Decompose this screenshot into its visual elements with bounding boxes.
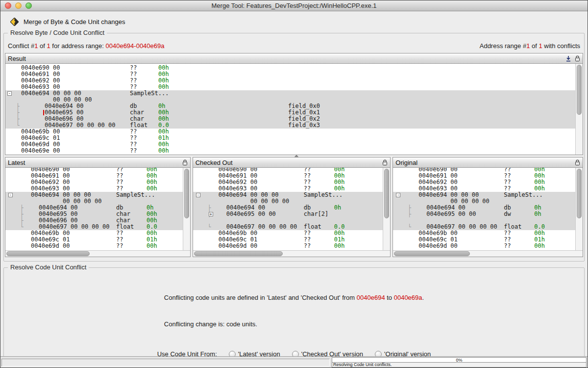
- download-arrow-icon[interactable]: [565, 55, 571, 62]
- progress-message: Resolving Code Unit conflicts.: [332, 363, 587, 368]
- panel-title: Latest: [8, 159, 179, 166]
- horizontal-scrollbar[interactable]: [5, 250, 190, 257]
- mnemonic: ??: [504, 243, 511, 249]
- latest-listing[interactable]: 0040e690 00??00h0040e691 00??00h0040e692…: [5, 168, 183, 250]
- listing-row[interactable]: -0040e694 00 00 00 00 00 00 00SampleSt..…: [193, 192, 383, 205]
- operand-value: 00h: [334, 243, 345, 249]
- collapse-toggle-icon[interactable]: -: [8, 193, 13, 197]
- vertical-scrollbar[interactable]: [575, 168, 583, 250]
- listing-row[interactable]: 0040e69d 00??00h: [393, 243, 575, 249]
- operand-value: 0h: [334, 205, 341, 211]
- conflict-description: Conflicting code units are defined in 'L…: [164, 276, 424, 346]
- lock-icon[interactable]: [575, 55, 580, 62]
- mnemonic: SampleSt...: [116, 192, 155, 198]
- lock-icon[interactable]: [382, 159, 388, 166]
- collapse-toggle-icon[interactable]: -: [396, 193, 400, 197]
- vertical-scrollbar[interactable]: [183, 168, 190, 250]
- listing-row[interactable]: 0040e69e 00??00h: [5, 148, 575, 154]
- scrollbar-thumb[interactable]: [577, 65, 582, 115]
- listing-row[interactable]: 0040e690 00??00h: [5, 65, 575, 71]
- tree-connector: └: [208, 224, 211, 230]
- listing-row[interactable]: -0040e694 00 00 00 00 00 00 00SampleSt..…: [5, 192, 183, 205]
- result-panel: Result 0040e690 00??00h0040e691 00??00h0…: [5, 53, 583, 155]
- listing-row[interactable]: ├+0040e695 00 00char[2]: [193, 211, 383, 217]
- address-bytes: 0040e69e 00: [21, 148, 60, 154]
- lock-icon[interactable]: [182, 159, 188, 166]
- listing-row[interactable]: -0040e694 00 00 00 00 00 00 00SampleSt..…: [5, 90, 575, 103]
- horizontal-scrollbar[interactable]: [393, 250, 583, 257]
- listing-row[interactable]: 0040e692 00??00h: [5, 78, 575, 84]
- listing-row[interactable]: 0040e69c 01??01h: [5, 135, 575, 141]
- vertical-scrollbar[interactable]: [575, 64, 583, 155]
- listing-row[interactable]: -0040e694 00 00 00 00 00 00 00SampleSt..…: [393, 192, 575, 205]
- mnemonic: SampleSt...: [130, 90, 169, 97]
- collapse-toggle-icon[interactable]: -: [196, 193, 200, 197]
- listing-row[interactable]: 0040e69d 00??00h: [5, 243, 183, 249]
- scrollbar-thumb[interactable]: [394, 251, 470, 256]
- tree-connector: ├: [208, 205, 211, 211]
- operand-value: 00h: [147, 243, 157, 249]
- panel-title: Checked Out: [196, 159, 379, 166]
- mnemonic: ??: [116, 243, 123, 249]
- latest-panel: Latest 0040e690 00??00h0040e691 00??00h0…: [5, 157, 191, 257]
- listing-row[interactable]: ├0040e694 00db0h: [393, 205, 575, 211]
- listing-row[interactable]: 0040e69b 00??00h: [5, 129, 575, 135]
- address-bytes: 0040e694 00 00 00 00 00 00 00: [21, 90, 92, 103]
- tree-connector: ├: [16, 116, 20, 122]
- merge-icon: [10, 18, 19, 26]
- checked-out-panel-header: Checked Out: [193, 158, 391, 168]
- mnemonic: ??: [130, 148, 137, 154]
- listing-row[interactable]: └0040e697 00 00 00 00float0.0field_0x3: [5, 122, 575, 129]
- tree-connector: ├: [16, 109, 20, 116]
- original-listing[interactable]: 0040e690 00??00h0040e691 00??00h0040e692…: [393, 168, 575, 250]
- tree-connector: └: [20, 224, 24, 230]
- groupbox-title: Resolve Byte / Code Unit Conflict: [8, 29, 107, 36]
- listing-row[interactable]: 0040e69d 00??00h: [193, 243, 383, 249]
- scrollbar-thumb[interactable]: [184, 169, 189, 218]
- lock-icon[interactable]: [575, 159, 580, 166]
- window-title: Merge Tool: Features_DevTestProject:/Win…: [0, 2, 588, 9]
- checked-out-panel: Checked Out 0040e690 00??00h0040e691 00?…: [193, 157, 391, 257]
- latest-panel-header: Latest: [5, 158, 190, 168]
- vertical-scrollbar[interactable]: [383, 168, 390, 250]
- address-bytes: 0040e69d 00: [31, 243, 70, 249]
- operand-value: 00h: [534, 243, 545, 249]
- operand-value: 00h: [158, 148, 169, 154]
- conflict-counter: Conflict #1 of 1 for address range: 0040…: [8, 42, 165, 50]
- horizontal-scrollbar[interactable]: [193, 250, 391, 257]
- resolve-codeunit-groupbox: Resolve Code Unit Conflict Conflicting c…: [3, 267, 585, 368]
- listing-row[interactable]: ├0040e694 00db0h: [193, 205, 383, 211]
- collapse-toggle-icon[interactable]: -: [7, 91, 12, 96]
- mnemonic: dw: [504, 211, 511, 217]
- address-bytes: 0040e69d 00: [219, 243, 257, 249]
- merge-tool-window: Merge Tool: Features_DevTestProject:/Win…: [0, 0, 588, 368]
- tree-connector: ├: [16, 103, 20, 109]
- listing-row[interactable]: 0040e69d 00??00h: [5, 141, 575, 148]
- expand-toggle-icon[interactable]: +: [209, 212, 213, 216]
- original-panel-header: Original: [393, 158, 583, 168]
- listing-row[interactable]: 0040e691 00??00h: [5, 71, 575, 78]
- listing-row[interactable]: 0040e693 00??00h: [5, 84, 575, 90]
- scrollbar-thumb[interactable]: [384, 169, 389, 218]
- tree-connector: ├: [20, 205, 24, 211]
- checked-out-listing[interactable]: 0040e690 00??00h0040e691 00??00h0040e692…: [193, 168, 383, 250]
- address-bytes: 0040e69d 00: [418, 243, 457, 249]
- panel-title: Original: [395, 159, 571, 166]
- tree-connector: ├: [408, 211, 411, 217]
- scrollbar-thumb[interactable]: [194, 251, 283, 256]
- result-listing[interactable]: 0040e690 00??00h0040e691 00??00h0040e692…: [5, 64, 575, 155]
- mnemonic: char[2]: [304, 211, 329, 217]
- listing-cursor: [43, 110, 44, 115]
- listing-row[interactable]: ├0040e695 00 00dw0h: [393, 211, 575, 217]
- titlebar: Merge Tool: Features_DevTestProject:/Win…: [0, 0, 588, 11]
- scrollbar-thumb[interactable]: [6, 251, 90, 256]
- splitter-grip[interactable]: [294, 155, 299, 158]
- mnemonic: ??: [304, 243, 311, 249]
- address-bytes: 0040e694 00 00 00 00 00 00 00: [418, 192, 490, 205]
- tree-connector: ├: [408, 205, 411, 211]
- status-message-area: [1, 359, 330, 367]
- scrollbar-thumb[interactable]: [577, 169, 582, 218]
- address-bytes: 0040e694 00 00 00 00 00 00 00: [31, 192, 102, 205]
- mnemonic: SampleSt...: [504, 192, 542, 198]
- result-panel-header: Result: [5, 53, 583, 64]
